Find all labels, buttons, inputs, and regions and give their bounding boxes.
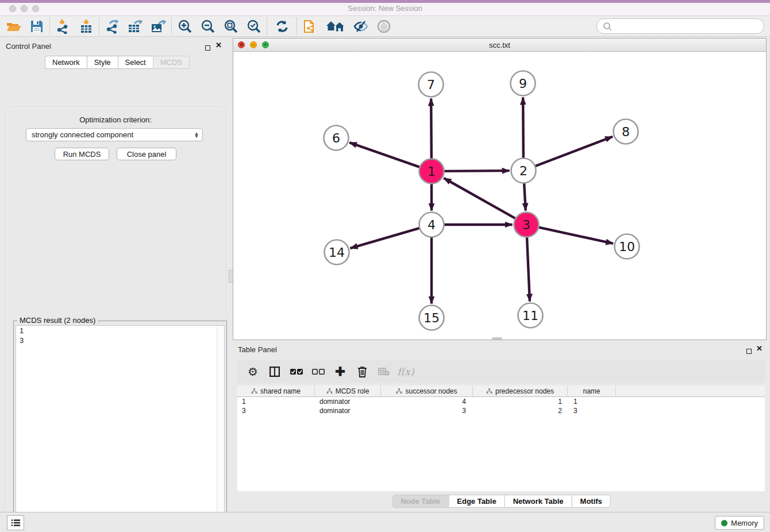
- columns-icon: [270, 367, 280, 377]
- criterion-value: strongly connected component: [32, 130, 133, 139]
- graph-edge-3-10[interactable]: [537, 227, 613, 244]
- zoom-in-button[interactable]: [174, 17, 197, 36]
- graph-edge-1-6[interactable]: [349, 142, 421, 167]
- table-row[interactable]: 1 dominator 4 1 1: [237, 397, 765, 406]
- export-network-button[interactable]: [101, 17, 124, 36]
- float-table-panel-button[interactable]: [746, 346, 752, 356]
- cell-mcds-role: dominator: [315, 398, 381, 406]
- import-table-icon: [79, 19, 93, 34]
- network-window-titlebar[interactable]: ✕ − + scc.txt: [233, 38, 766, 52]
- eye-slash-icon: [353, 20, 369, 33]
- window-title: Session: New Session: [0, 4, 770, 13]
- import-network-button[interactable]: [52, 17, 75, 36]
- graph-node-label-11: 11: [522, 309, 538, 323]
- result-line: 3: [16, 336, 224, 345]
- tab-node-table[interactable]: Node Table: [392, 495, 448, 508]
- column-label: shared name: [260, 387, 301, 395]
- show-columns-button[interactable]: [265, 362, 284, 381]
- zoom-selected-icon: [247, 19, 261, 34]
- graph-edge-2-3[interactable]: [524, 182, 526, 210]
- column-header-shared-name[interactable]: shared name: [237, 385, 315, 396]
- node-table[interactable]: shared name MCDS role successor nodes: [237, 385, 765, 491]
- branch-icon: [486, 388, 492, 394]
- column-header-mcds-role[interactable]: MCDS role: [315, 385, 381, 396]
- graph-edge-3-1[interactable]: [444, 178, 517, 219]
- refresh-button[interactable]: [269, 17, 295, 36]
- tab-select[interactable]: Select: [118, 56, 153, 69]
- result-scrollbar[interactable]: [217, 326, 224, 532]
- home-button[interactable]: [322, 17, 349, 36]
- cell-shared-name: 1: [237, 398, 315, 406]
- cell-name: 1: [568, 398, 616, 406]
- close-panel-button[interactable]: ✕: [215, 43, 222, 48]
- import-table-button[interactable]: [75, 17, 98, 36]
- delete-row-button[interactable]: [352, 362, 372, 381]
- float-icon: [746, 349, 752, 354]
- graph-edge-1-7[interactable]: [431, 98, 432, 160]
- tab-edge-table[interactable]: Edge Table: [448, 495, 504, 508]
- search-icon: [602, 21, 614, 32]
- save-icon: [30, 20, 43, 33]
- hide-panel-button[interactable]: [349, 17, 372, 36]
- zoom-selected-button[interactable]: [242, 17, 265, 36]
- graph-node-label-6: 6: [332, 131, 340, 145]
- tab-motifs[interactable]: Motifs: [572, 495, 611, 508]
- tab-style[interactable]: Style: [87, 56, 118, 69]
- list-icon: [11, 519, 20, 527]
- unchecked-boxes-icon: [312, 369, 325, 375]
- graph-edge-4-14[interactable]: [351, 228, 421, 248]
- tab-network-table[interactable]: Network Table: [505, 495, 572, 508]
- close-panel-button-inner[interactable]: Close panel: [117, 148, 176, 160]
- zoom-fit-button[interactable]: [220, 17, 242, 36]
- memory-status-icon: [721, 520, 727, 526]
- search-input[interactable]: [614, 20, 764, 33]
- task-history-button[interactable]: [7, 515, 24, 530]
- table-toolbar: ⚙ ✚: [237, 360, 765, 383]
- export-table-button[interactable]: [124, 17, 147, 36]
- float-panel-button[interactable]: [205, 43, 210, 53]
- column-header-name[interactable]: name: [568, 385, 616, 396]
- table-settings-button[interactable]: ⚙: [243, 362, 263, 381]
- zoom-out-button[interactable]: [197, 17, 220, 36]
- eye-gray-icon: [377, 20, 391, 33]
- tab-network[interactable]: Network: [45, 56, 87, 69]
- unselect-all-button[interactable]: [309, 362, 328, 381]
- status-bar: Memory: [0, 512, 770, 532]
- column-header-successor-nodes[interactable]: successor nodes: [381, 385, 473, 396]
- open-network-file-button[interactable]: [299, 17, 322, 36]
- open-session-button[interactable]: [2, 17, 25, 36]
- run-mcds-button[interactable]: Run MCDS: [55, 148, 109, 160]
- graph-edge-1-2[interactable]: [442, 171, 509, 171]
- branch-icon: [251, 388, 257, 394]
- graph-edge-2-8[interactable]: [534, 137, 613, 167]
- tab-mcds[interactable]: MCDS: [153, 56, 190, 69]
- table-row[interactable]: 3 dominator 3 2 3: [237, 406, 765, 415]
- search-box[interactable]: [596, 18, 764, 34]
- network-hscrollbar-handle[interactable]: [492, 337, 502, 340]
- memory-button[interactable]: Memory: [715, 516, 764, 530]
- cell-successor-nodes: 4: [381, 398, 473, 406]
- add-row-button[interactable]: ✚: [330, 362, 350, 381]
- export-image-button[interactable]: [147, 17, 170, 36]
- column-header-predecessor-nodes[interactable]: predecessor nodes: [473, 385, 568, 396]
- zoom-in-icon: [178, 19, 192, 34]
- graph-edge-3-11[interactable]: [527, 236, 530, 301]
- graph-edge-2-9[interactable]: [523, 97, 523, 159]
- toolbar-separator: [99, 18, 100, 35]
- network-graph[interactable]: 7968124314101511: [233, 51, 766, 340]
- close-table-panel-button[interactable]: ✕: [756, 346, 763, 352]
- network-file-icon: [303, 18, 317, 34]
- cell-predecessor-nodes: 2: [473, 407, 568, 415]
- optimization-criterion-label: Optimization criterion:: [5, 115, 226, 124]
- function-builder-button[interactable]: f(x): [396, 362, 415, 381]
- cell-predecessor-nodes: 1: [473, 398, 568, 406]
- show-panel-button[interactable]: [372, 17, 395, 36]
- save-session-button[interactable]: [25, 17, 48, 36]
- table-header-row: shared name MCDS role successor nodes: [237, 385, 765, 397]
- export-image-icon: [151, 19, 167, 34]
- criterion-dropdown[interactable]: strongly connected component ▲▼: [26, 128, 203, 141]
- select-all-button[interactable]: [287, 362, 306, 381]
- mcds-result-list[interactable]: 1 3: [16, 325, 225, 532]
- zoom-out-icon: [201, 19, 215, 34]
- delete-table-button[interactable]: [374, 362, 394, 381]
